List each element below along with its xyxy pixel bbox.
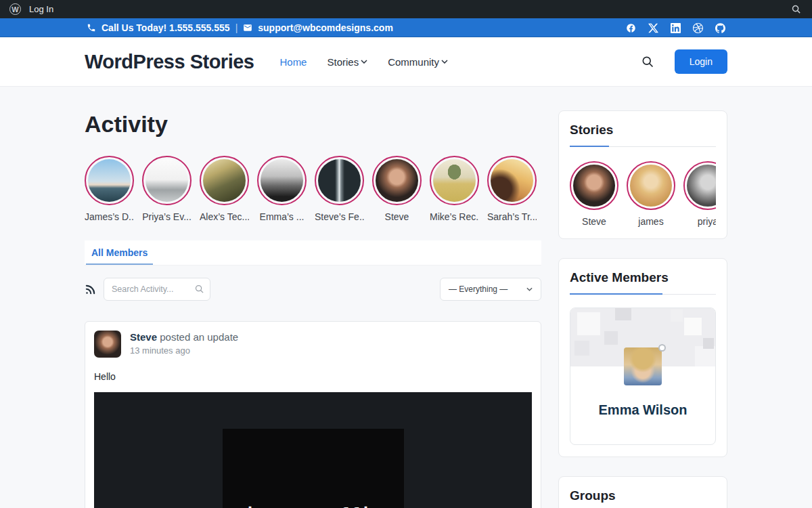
facebook-icon[interactable] <box>626 23 636 33</box>
content-container: Activity James’s D... Priya’s Ev... Alex… <box>85 87 727 508</box>
member-card: Emma Wilson <box>570 308 716 445</box>
story-ring <box>570 161 618 210</box>
header-search-icon[interactable] <box>641 55 654 68</box>
phone-contact[interactable]: Call Us Today! 1.555.555.555 <box>87 22 230 33</box>
x-icon[interactable] <box>648 23 658 33</box>
story-photo <box>573 165 615 207</box>
story-photo <box>376 159 418 202</box>
email-contact[interactable]: support@wbcomdesigns.com <box>243 22 393 33</box>
post-author-link[interactable]: Steve <box>130 331 157 343</box>
contact-top-bar: Call Us Today! 1.555.555.555 | support@w… <box>0 18 812 37</box>
post-author-avatar[interactable] <box>94 331 121 358</box>
wordpress-logo-icon[interactable]: W <box>9 3 21 15</box>
story-label: Steve <box>372 211 422 222</box>
story-item[interactable]: Alex’s Tec... <box>200 156 249 222</box>
story-ring <box>85 156 134 205</box>
sidebar: Stories Steve james priya Active Members <box>558 87 727 508</box>
story-label: Alex’s Tec... <box>200 211 249 222</box>
story-item[interactable]: Mike’s Rec... <box>430 156 479 222</box>
story-ring <box>372 156 422 205</box>
post-header: Steve posted an update 13 minutes ago <box>94 331 532 358</box>
page-title: Activity <box>85 111 541 137</box>
story-ring <box>683 161 716 210</box>
nav-item-stories[interactable]: Stories <box>327 56 367 68</box>
story-ring <box>315 156 364 205</box>
post-meta: Steve posted an update 13 minutes ago <box>130 331 238 358</box>
story-label: Steve <box>570 216 618 227</box>
story-ring <box>487 156 537 205</box>
story-item[interactable]: James’s D... <box>85 156 134 222</box>
github-icon[interactable] <box>715 23 725 33</box>
story-photo <box>630 165 672 207</box>
chevron-down-icon <box>441 60 448 64</box>
active-members-widget: Active Members Emma Wilson <box>558 258 727 457</box>
nav-item-community[interactable]: Community <box>388 56 448 68</box>
dribbble-icon[interactable] <box>693 23 703 33</box>
story-ring <box>200 156 249 205</box>
story-label: Mike’s Rec... <box>430 211 479 222</box>
tab-all-members[interactable]: All Members <box>86 240 153 265</box>
stories-widget-title: Stories <box>570 123 716 147</box>
story-label: priya <box>683 216 716 227</box>
topbar-separator: | <box>235 22 238 33</box>
activity-post: Steve posted an update 13 minutes ago He… <box>85 321 541 508</box>
social-links <box>626 23 725 33</box>
member-status-badge <box>658 344 666 352</box>
activity-filter-select[interactable]: — Everything — <box>440 278 541 301</box>
post-timestamp[interactable]: 13 minutes ago <box>130 345 238 356</box>
groups-widget-title: Groups <box>570 488 716 508</box>
story-photo <box>261 159 303 202</box>
filter-selected-value: — Everything — <box>449 284 526 294</box>
main-column: Activity James’s D... Priya’s Ev... Alex… <box>85 87 541 508</box>
members-nav-strip: All Members <box>85 240 541 266</box>
story-label: Steve’s Fe... <box>315 211 364 222</box>
story-item[interactable]: Steve <box>372 156 422 222</box>
admin-search-icon[interactable] <box>791 4 801 14</box>
story-item[interactable]: Priya’s Ev... <box>142 156 191 222</box>
member-name[interactable]: Emma Wilson <box>570 402 715 418</box>
nav-item-home[interactable]: Home <box>279 56 307 68</box>
story-item[interactable]: Steve’s Fe... <box>315 156 364 222</box>
stories-row: James’s D... Priya’s Ev... Alex’s Tec...… <box>85 156 541 222</box>
wp-admin-bar: W Log In <box>0 0 812 18</box>
post-action-text: posted an update <box>160 331 238 343</box>
search-icon[interactable] <box>194 284 204 294</box>
post-media-image: Direct Traffic? <box>223 429 404 508</box>
active-members-widget-title: Active Members <box>570 270 716 295</box>
member-avatar-wrap <box>624 347 662 385</box>
site-header: WordPress Stories Home Stories Community… <box>0 37 812 87</box>
story-photo <box>433 159 476 202</box>
post-media[interactable]: Direct Traffic? <box>94 392 532 508</box>
sidebar-story-item[interactable]: james <box>627 161 675 227</box>
linkedin-icon[interactable] <box>671 23 681 33</box>
nav-community-label: Community <box>388 56 439 68</box>
email-icon <box>243 23 252 33</box>
chevron-down-icon <box>526 287 533 291</box>
sidebar-story-item[interactable]: Steve <box>570 161 618 227</box>
story-label: james <box>627 216 675 227</box>
activity-controls: — Everything — <box>85 278 541 301</box>
login-button[interactable]: Login <box>675 49 727 74</box>
story-photo <box>687 165 716 207</box>
site-logo[interactable]: WordPress Stories <box>85 51 254 73</box>
rss-icon[interactable] <box>85 284 96 295</box>
phone-icon <box>87 23 96 33</box>
story-ring <box>142 156 191 205</box>
sidebar-stories-row: Steve james priya <box>570 161 716 227</box>
story-item[interactable]: Sarah’s Tr... <box>487 156 537 222</box>
email-label: support@wbcomdesigns.com <box>258 22 393 33</box>
story-photo <box>88 159 131 202</box>
activity-search <box>104 278 210 301</box>
main-nav: Home Stories Community <box>279 56 448 68</box>
story-ring <box>430 156 479 205</box>
stories-widget: Stories Steve james priya <box>558 110 727 239</box>
story-photo <box>491 159 533 202</box>
story-ring <box>627 161 675 210</box>
sidebar-story-item[interactable]: priya <box>683 161 716 227</box>
story-label: James’s D... <box>85 211 134 222</box>
phone-label: Call Us Today! 1.555.555.555 <box>102 22 230 33</box>
member-avatar[interactable] <box>624 347 662 385</box>
story-item[interactable]: Emma’s ... <box>257 156 307 222</box>
admin-bar-login-link[interactable]: Log In <box>29 4 53 14</box>
nav-home-label: Home <box>279 56 307 68</box>
